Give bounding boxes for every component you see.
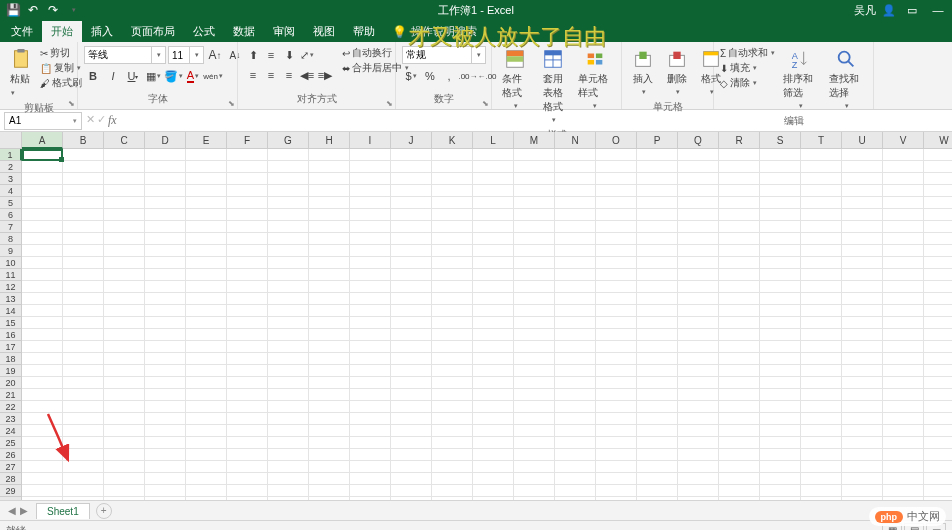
cell[interactable] <box>22 401 63 413</box>
cell[interactable] <box>924 497 952 500</box>
cell[interactable] <box>473 245 514 257</box>
cell[interactable] <box>350 281 391 293</box>
cell[interactable] <box>391 293 432 305</box>
cell[interactable] <box>227 329 268 341</box>
cell[interactable] <box>924 185 952 197</box>
cell[interactable] <box>473 353 514 365</box>
cell[interactable] <box>268 437 309 449</box>
cell[interactable] <box>309 401 350 413</box>
cell[interactable] <box>719 185 760 197</box>
cell[interactable] <box>104 341 145 353</box>
cell[interactable] <box>432 221 473 233</box>
cell[interactable] <box>186 341 227 353</box>
cell[interactable] <box>145 329 186 341</box>
cell[interactable] <box>63 197 104 209</box>
row-header[interactable]: 4 <box>0 185 22 197</box>
row-header[interactable]: 26 <box>0 449 22 461</box>
cell[interactable] <box>473 449 514 461</box>
cell[interactable] <box>104 413 145 425</box>
cell[interactable] <box>760 341 801 353</box>
cell[interactable] <box>104 269 145 281</box>
cell[interactable] <box>63 149 104 161</box>
cell[interactable] <box>22 317 63 329</box>
cell[interactable] <box>596 293 637 305</box>
cell[interactable] <box>432 173 473 185</box>
cell[interactable] <box>514 257 555 269</box>
cell[interactable] <box>145 365 186 377</box>
cell[interactable] <box>22 269 63 281</box>
column-header[interactable]: F <box>227 132 268 149</box>
cell[interactable] <box>719 389 760 401</box>
cell[interactable] <box>186 485 227 497</box>
cell[interactable] <box>63 413 104 425</box>
cell[interactable] <box>432 497 473 500</box>
cell[interactable] <box>637 161 678 173</box>
cell[interactable] <box>842 425 883 437</box>
cell[interactable] <box>719 365 760 377</box>
cell[interactable] <box>637 281 678 293</box>
sheet-nav-next-icon[interactable]: ▶ <box>20 505 28 516</box>
cell[interactable] <box>719 413 760 425</box>
cell[interactable] <box>268 221 309 233</box>
cell[interactable] <box>473 485 514 497</box>
cell[interactable] <box>883 305 924 317</box>
cell[interactable] <box>883 317 924 329</box>
cell[interactable] <box>432 485 473 497</box>
cell[interactable] <box>104 365 145 377</box>
cell[interactable] <box>22 185 63 197</box>
cell[interactable] <box>432 413 473 425</box>
cell[interactable] <box>186 449 227 461</box>
fill-button[interactable]: ⬇ 填充 <box>720 61 775 75</box>
cut-button[interactable]: ✂ 剪切 <box>40 46 82 60</box>
cell[interactable] <box>719 209 760 221</box>
cell[interactable] <box>473 197 514 209</box>
cell[interactable] <box>514 185 555 197</box>
cell[interactable] <box>924 221 952 233</box>
cell[interactable] <box>842 269 883 281</box>
cell[interactable] <box>924 317 952 329</box>
cell[interactable] <box>22 341 63 353</box>
cell[interactable] <box>596 473 637 485</box>
cell-styles-button[interactable]: 单元格样式 <box>574 46 615 112</box>
cell[interactable] <box>596 317 637 329</box>
cell[interactable] <box>760 377 801 389</box>
cell[interactable] <box>104 437 145 449</box>
cell[interactable] <box>104 233 145 245</box>
cell[interactable] <box>350 185 391 197</box>
cell[interactable] <box>801 353 842 365</box>
cell[interactable] <box>596 281 637 293</box>
cell[interactable] <box>514 197 555 209</box>
cell[interactable] <box>22 473 63 485</box>
cell[interactable] <box>186 185 227 197</box>
cell[interactable] <box>924 413 952 425</box>
italic-button[interactable]: I <box>104 67 122 85</box>
cell[interactable] <box>514 221 555 233</box>
cell[interactable] <box>350 149 391 161</box>
cell[interactable] <box>883 329 924 341</box>
cell[interactable] <box>555 329 596 341</box>
cell[interactable] <box>801 269 842 281</box>
cell[interactable] <box>268 161 309 173</box>
cell[interactable] <box>555 209 596 221</box>
cell[interactable] <box>473 161 514 173</box>
cell[interactable] <box>104 377 145 389</box>
cell[interactable] <box>391 461 432 473</box>
cell[interactable] <box>309 449 350 461</box>
cell[interactable] <box>309 317 350 329</box>
clear-button[interactable]: ◇ 清除 <box>720 76 775 90</box>
align-top-icon[interactable]: ⬆ <box>244 46 262 64</box>
cell[interactable] <box>432 209 473 221</box>
cell[interactable] <box>104 317 145 329</box>
cell[interactable] <box>596 425 637 437</box>
cell[interactable] <box>842 377 883 389</box>
cell[interactable] <box>637 449 678 461</box>
cell[interactable] <box>350 425 391 437</box>
cell[interactable] <box>760 161 801 173</box>
cell[interactable] <box>391 245 432 257</box>
cell[interactable] <box>883 281 924 293</box>
cell[interactable] <box>596 389 637 401</box>
cell[interactable] <box>350 233 391 245</box>
cell[interactable] <box>555 269 596 281</box>
cell[interactable] <box>268 293 309 305</box>
cell[interactable] <box>432 281 473 293</box>
